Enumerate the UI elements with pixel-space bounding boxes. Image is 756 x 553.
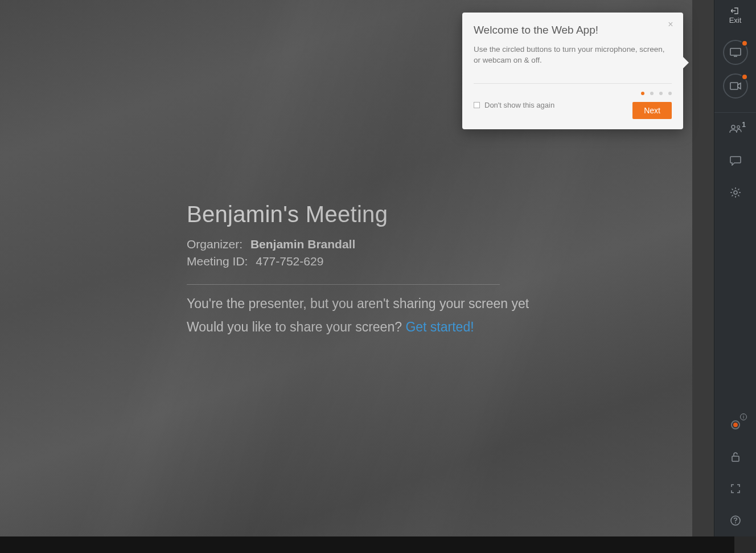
help-button[interactable] [714, 505, 756, 536]
pager-dot-4[interactable] [668, 92, 672, 95]
svg-point-7 [735, 522, 736, 523]
dont-show-checkbox[interactable]: Don't show this again [474, 101, 554, 109]
gear-icon [730, 187, 741, 198]
presenter-status-msg: You're the presenter, but you aren't sha… [187, 296, 692, 312]
status-dot-off-icon [741, 40, 748, 47]
svg-point-2 [732, 125, 735, 129]
webcam-icon [730, 82, 741, 90]
popover-right-column: Next [632, 92, 672, 119]
share-prompt-question: Would you like to share your screen? [187, 319, 405, 334]
divider [187, 284, 500, 285]
pager-dot-2[interactable] [650, 92, 654, 95]
popover-close-button[interactable]: × [666, 21, 675, 30]
popover-separator [474, 83, 672, 84]
sidebar-bottom-controls: i [714, 409, 756, 536]
attendees-button[interactable]: 1 [714, 113, 756, 145]
info-badge-icon: i [740, 413, 747, 420]
organizer-name: Benjamin Brandall [250, 237, 355, 251]
fullscreen-icon [731, 484, 740, 493]
meeting-id-row: Meeting ID: 477-752-629 [187, 255, 692, 268]
meeting-title: Benjamin's Meeting [187, 202, 692, 227]
scrollbar-corner [734, 536, 756, 553]
help-icon [730, 515, 741, 526]
svg-rect-5 [732, 456, 739, 461]
svg-point-4 [734, 191, 737, 194]
get-started-link[interactable]: Get started! [405, 319, 474, 334]
meeting-id-value: 477-752-629 [256, 255, 323, 268]
next-button[interactable]: Next [632, 102, 672, 119]
attendee-count-badge: 1 [742, 121, 746, 129]
share-prompt: Would you like to share your screen? Get… [187, 319, 692, 335]
pager-dots[interactable] [641, 92, 672, 95]
lock-button[interactable] [714, 441, 756, 473]
popover-title: Welcome to the Web App! [474, 24, 672, 36]
dont-show-label: Don't show this again [484, 101, 554, 109]
svg-rect-0 [730, 48, 741, 55]
exit-icon [731, 7, 740, 15]
meeting-id-label: Meeting ID: [187, 255, 248, 268]
checkbox-box-icon [474, 102, 480, 108]
right-sidebar: Exit 1 [714, 0, 756, 536]
exit-label: Exit [729, 16, 742, 24]
exit-button[interactable]: Exit [714, 0, 756, 31]
screen-icon [730, 48, 741, 57]
status-dot-off-icon [741, 73, 748, 80]
pager-dot-3[interactable] [659, 92, 663, 95]
webcam-toggle[interactable] [723, 73, 748, 99]
chat-button[interactable] [714, 145, 756, 177]
close-icon: × [668, 19, 673, 29]
unlock-icon [731, 452, 740, 462]
settings-button[interactable] [714, 177, 756, 208]
organizer-row: Organizer: Benjamin Brandall [187, 237, 692, 251]
pager-dot-1[interactable] [641, 92, 644, 95]
horizontal-scrollbar[interactable] [0, 536, 734, 553]
welcome-popover: × Welcome to the Web App! Use the circle… [462, 13, 683, 129]
organizer-label: Organizer: [187, 237, 243, 251]
chat-icon [730, 155, 741, 166]
fullscreen-button[interactable] [714, 473, 756, 505]
svg-rect-1 [730, 83, 738, 89]
record-button[interactable]: i [714, 409, 756, 441]
record-icon [731, 420, 740, 429]
share-screen-toggle[interactable] [723, 40, 748, 65]
popover-body: Use the circled buttons to turn your mic… [474, 44, 672, 66]
people-icon [729, 124, 742, 133]
svg-point-3 [737, 126, 739, 129]
popover-footer: Don't show this again Next [474, 92, 672, 119]
